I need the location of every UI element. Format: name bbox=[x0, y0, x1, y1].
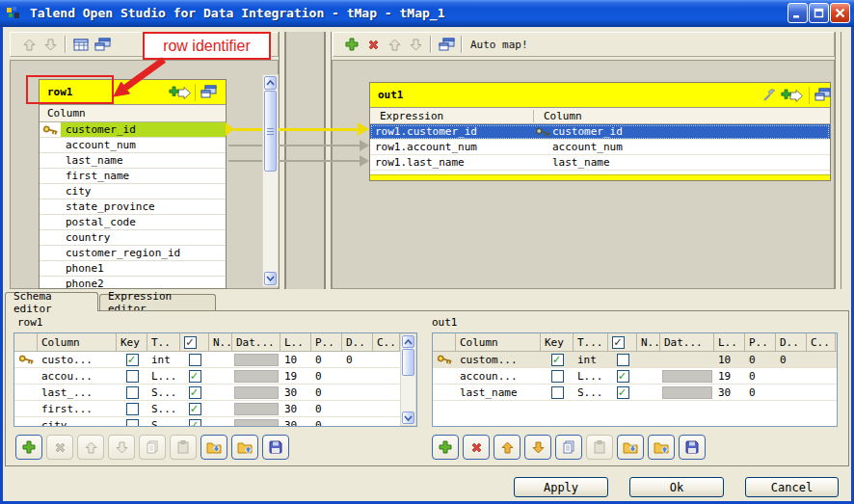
add-column-button[interactable] bbox=[169, 86, 192, 103]
cell-comment[interactable] bbox=[373, 417, 400, 427]
list-item[interactable]: city bbox=[40, 184, 226, 199]
key-checkbox[interactable] bbox=[126, 354, 139, 366]
nullable-checkbox[interactable] bbox=[617, 370, 629, 383]
cell-precision[interactable]: 0 bbox=[745, 368, 776, 384]
cell-type[interactable]: S... bbox=[147, 385, 180, 400]
key-checkbox[interactable] bbox=[126, 419, 139, 428]
nullable-checkbox[interactable] bbox=[617, 386, 629, 399]
tab-expression-editor[interactable]: Expression editor bbox=[99, 294, 216, 310]
minimize-button[interactable] bbox=[787, 3, 808, 23]
cell-column[interactable]: accou... bbox=[38, 368, 117, 384]
header-key[interactable]: Key bbox=[117, 333, 147, 351]
cell-length[interactable]: 10 bbox=[280, 352, 311, 367]
schema-row[interactable]: custo... int 10 0 0 bbox=[14, 352, 416, 368]
move-up-button[interactable] bbox=[384, 35, 405, 54]
list-item[interactable]: customer_region_id bbox=[40, 246, 226, 261]
cell-default[interactable]: 0 bbox=[342, 352, 373, 367]
input-column-name[interactable]: first_name bbox=[61, 169, 226, 183]
header-comment[interactable]: C.. bbox=[807, 333, 836, 351]
input-scrollbar[interactable] bbox=[262, 74, 279, 287]
scroll-up-button[interactable] bbox=[264, 76, 277, 90]
cell-type[interactable]: L... bbox=[574, 368, 608, 384]
list-item[interactable]: first_name bbox=[40, 169, 226, 184]
key-checkbox[interactable] bbox=[551, 370, 564, 383]
cell-date[interactable] bbox=[232, 385, 280, 400]
cell-comment[interactable] bbox=[373, 385, 400, 400]
cell-date[interactable] bbox=[232, 401, 280, 416]
cell-date[interactable] bbox=[232, 368, 280, 384]
add-output-button[interactable] bbox=[341, 35, 362, 54]
nullable-checkbox[interactable] bbox=[189, 403, 201, 415]
input-column-name[interactable]: phone1 bbox=[61, 261, 226, 276]
cell-default[interactable] bbox=[776, 368, 807, 384]
nullable-checkbox[interactable] bbox=[189, 386, 201, 399]
input-column-name[interactable]: account_num bbox=[61, 138, 226, 152]
copy-button[interactable] bbox=[555, 435, 582, 460]
move-down-button[interactable] bbox=[524, 435, 551, 460]
header-date[interactable]: Dat... bbox=[660, 333, 714, 351]
paste-button[interactable] bbox=[170, 435, 197, 460]
cell-precision[interactable]: 0 bbox=[311, 385, 342, 400]
schema-row[interactable]: accoun... L... 19 0 bbox=[433, 368, 837, 385]
schema-row[interactable]: custom... int 10 0 0 bbox=[433, 352, 837, 368]
input-column-name[interactable]: country bbox=[61, 230, 226, 245]
input-column-name[interactable]: customer_id bbox=[61, 122, 226, 137]
paste-button[interactable] bbox=[586, 435, 613, 460]
nullable-checkbox[interactable] bbox=[617, 354, 629, 366]
key-checkbox[interactable] bbox=[126, 370, 139, 383]
cell-column[interactable]: custo... bbox=[38, 352, 117, 367]
detach-window-button[interactable] bbox=[92, 35, 113, 54]
cell-length[interactable]: 30 bbox=[280, 385, 311, 400]
input-column-name[interactable]: state_province bbox=[61, 199, 226, 214]
add-row-button[interactable] bbox=[15, 435, 42, 460]
tab-schema-editor[interactable]: Schema editor bbox=[5, 292, 98, 311]
cell-date[interactable] bbox=[232, 352, 280, 367]
list-item[interactable]: account_num bbox=[40, 138, 226, 153]
header-date[interactable]: Dat... bbox=[232, 333, 280, 351]
cell-length[interactable]: 10 bbox=[714, 352, 745, 367]
cell-type[interactable]: S bbox=[147, 417, 180, 427]
remove-output-button[interactable] bbox=[362, 35, 384, 54]
cell-length[interactable]: 30 bbox=[280, 417, 311, 427]
settings-button[interactable] bbox=[762, 88, 777, 105]
cell-length[interactable]: 30 bbox=[714, 385, 745, 400]
output-table-header[interactable]: out1 bbox=[370, 83, 830, 108]
cell-date[interactable] bbox=[660, 368, 714, 384]
cell-precision[interactable]: 0 bbox=[311, 401, 342, 416]
input-column-name[interactable]: city bbox=[61, 184, 226, 199]
output-expression[interactable]: row1.customer_id bbox=[370, 125, 533, 138]
output-row[interactable]: row1.last_name last_name bbox=[370, 155, 830, 171]
import-schema-button[interactable] bbox=[648, 435, 675, 460]
scrollbar-thumb[interactable] bbox=[402, 349, 414, 376]
move-down-button[interactable] bbox=[40, 35, 61, 54]
cell-column[interactable]: last_... bbox=[38, 385, 117, 400]
header-nullable[interactable]: N.. bbox=[209, 333, 232, 351]
key-checkbox[interactable] bbox=[551, 386, 564, 399]
cell-length[interactable]: 19 bbox=[714, 368, 745, 384]
cell-comment[interactable] bbox=[807, 368, 836, 384]
list-item[interactable]: country bbox=[40, 230, 226, 246]
move-up-button[interactable] bbox=[77, 435, 104, 460]
maximize-button[interactable] bbox=[809, 3, 829, 23]
header-precision[interactable]: P.. bbox=[311, 333, 342, 351]
schema-row[interactable]: city S 30 0 bbox=[14, 417, 416, 427]
cell-length[interactable]: 19 bbox=[280, 368, 311, 384]
move-down-button[interactable] bbox=[108, 435, 135, 460]
cell-default[interactable]: 0 bbox=[776, 352, 807, 367]
detach-window-button[interactable] bbox=[436, 35, 457, 54]
output-row[interactable]: row1.account_num account_num bbox=[370, 140, 830, 155]
cell-precision[interactable]: 0 bbox=[311, 368, 342, 384]
header-length[interactable]: L.. bbox=[280, 333, 311, 351]
cell-comment[interactable] bbox=[807, 352, 836, 367]
detach-table-button[interactable] bbox=[814, 88, 831, 104]
list-item[interactable]: state_province bbox=[40, 199, 226, 215]
list-item[interactable]: phone1 bbox=[40, 261, 226, 277]
list-item[interactable]: phone2 bbox=[40, 277, 226, 288]
header-type[interactable]: T.. bbox=[147, 333, 180, 351]
detach-table-button[interactable] bbox=[200, 85, 217, 101]
list-item[interactable]: postal_code bbox=[40, 215, 226, 230]
cell-default[interactable] bbox=[342, 385, 373, 400]
export-schema-button[interactable] bbox=[200, 435, 227, 460]
cell-default[interactable] bbox=[776, 385, 807, 400]
header-type[interactable]: T... bbox=[574, 333, 608, 351]
